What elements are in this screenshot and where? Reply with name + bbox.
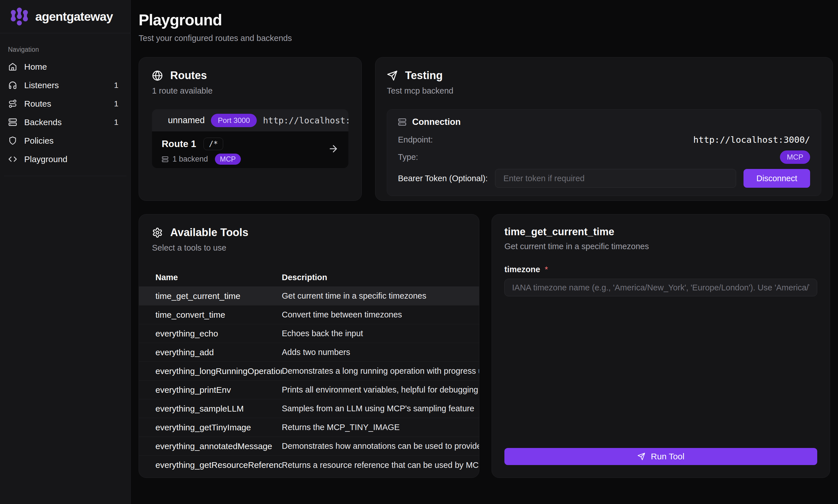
- tools-table: Name Description time_get_current_timeGe…: [139, 269, 479, 474]
- tool-description-cell: Convert time between timezones: [282, 310, 479, 319]
- endpoint-value: http://localhost:3000/: [693, 134, 810, 145]
- tool-description-cell: Returns a resource reference that can be…: [282, 461, 479, 470]
- tools-card-title: Available Tools: [170, 227, 248, 239]
- tool-name-cell: everything_add: [155, 347, 282, 357]
- sidebar-item-label: Backends: [24, 118, 62, 127]
- route-name: Route 1: [162, 139, 196, 149]
- tool-name-cell: everything_getTinyImage: [155, 422, 282, 432]
- bearer-token-label: Bearer Token (Optional):: [398, 174, 488, 183]
- main-nav: Home Listeners 1 Routes 1 Backends 1 Pol…: [0, 57, 130, 168]
- table-row[interactable]: everything_longRunningOperationDemonstra…: [139, 362, 479, 381]
- port-badge: Port 3000: [211, 114, 257, 127]
- tool-description-cell: Prints all environment variables, helpfu…: [282, 385, 479, 395]
- tool-detail-card: time_get_current_time Get current time i…: [492, 214, 830, 478]
- backend-count: 1 backend: [173, 155, 208, 164]
- connection-panel: Connection Endpoint: http://localhost:30…: [387, 109, 821, 196]
- tool-description-cell: Returns the MCP_TINY_IMAGE: [282, 422, 479, 432]
- sidebar-item-routes[interactable]: Routes 1: [0, 94, 130, 113]
- run-tool-label: Run Tool: [651, 452, 685, 461]
- brand[interactable]: agentgateway: [0, 0, 130, 33]
- timezone-input[interactable]: [504, 279, 817, 296]
- type-label: Type:: [398, 152, 418, 162]
- page-subtitle: Test your configured routes and backends: [139, 34, 292, 43]
- routes-card-title: Routes: [170, 69, 207, 82]
- tool-name-cell: everything_echo: [155, 329, 282, 339]
- tool-description-cell: Demonstrates a long running operation wi…: [282, 366, 479, 376]
- timezone-field-label: timezone: [504, 265, 540, 274]
- server-icon: [398, 118, 406, 126]
- tools-table-header: Name Description: [139, 269, 479, 287]
- required-marker: *: [545, 265, 548, 274]
- tool-name-cell: everything_printEnv: [155, 385, 282, 395]
- column-header-name: Name: [155, 273, 282, 282]
- listener-block: unnamed Port 3000 http://localhost:3000/…: [152, 109, 348, 168]
- shield-icon: [8, 136, 17, 145]
- disconnect-button[interactable]: Disconnect: [744, 169, 810, 188]
- routes-card-subtitle: 1 route available: [152, 86, 348, 95]
- listener-url: http://localhost:3000/: [263, 115, 348, 125]
- sidebar-item-listeners[interactable]: Listeners 1: [0, 76, 130, 94]
- endpoint-label: Endpoint:: [398, 135, 433, 144]
- send-icon: [387, 70, 398, 81]
- server-icon: [8, 118, 17, 127]
- bearer-token-input[interactable]: [495, 169, 736, 188]
- sidebar-item-home[interactable]: Home: [0, 57, 130, 76]
- tool-description-cell: Samples from an LLM using MCP's sampling…: [282, 404, 479, 413]
- arrow-right-icon: [328, 143, 339, 154]
- tool-description-cell: Demonstrates how annotations can be used…: [282, 442, 479, 451]
- sidebar-item-count: 1: [114, 81, 118, 90]
- sidebar-item-label: Home: [24, 62, 47, 72]
- table-row[interactable]: time_convert_timeConvert time between ti…: [139, 305, 479, 324]
- send-icon: [637, 452, 645, 461]
- table-row[interactable]: everything_sampleLLMSamples from an LLM …: [139, 399, 479, 418]
- sidebar-item-label: Playground: [24, 155, 68, 164]
- sidebar-item-policies[interactable]: Policies: [0, 131, 130, 150]
- table-row[interactable]: everything_addAdds two numbers: [139, 343, 479, 362]
- sidebar-item-label: Routes: [24, 99, 51, 109]
- column-header-description: Description: [282, 273, 479, 282]
- sidebar-item-playground[interactable]: Playground: [0, 150, 130, 168]
- tool-name-cell: time_get_current_time: [155, 291, 282, 301]
- testing-card: Testing Test mcp backend Connection Endp…: [375, 57, 833, 201]
- route-path-badge: /*: [204, 138, 223, 150]
- tool-detail-title: time_get_current_time: [504, 226, 817, 238]
- tool-name-cell: time_convert_time: [155, 310, 282, 320]
- table-row[interactable]: time_get_current_timeGet current time in…: [139, 287, 479, 305]
- page-header: Playground Test your configured routes a…: [139, 11, 292, 43]
- route-icon: [8, 99, 17, 108]
- code-icon: [8, 155, 17, 164]
- tool-name-cell: everything_getResourceReference: [155, 460, 282, 470]
- table-row[interactable]: everything_getTinyImageReturns the MCP_T…: [139, 418, 479, 437]
- protocol-badge: MCP: [215, 154, 241, 165]
- gear-icon: [152, 227, 163, 238]
- table-row[interactable]: everything_annotatedMessageDemonstrates …: [139, 437, 479, 456]
- server-icon: [162, 156, 169, 163]
- tool-name-cell: everything_annotatedMessage: [155, 442, 282, 451]
- sidebar-item-count: 1: [114, 118, 118, 127]
- tool-detail-subtitle: Get current time in a specific timezones: [504, 242, 817, 251]
- routes-card: Routes 1 route available unnamed Port 30…: [139, 57, 362, 201]
- type-badge: MCP: [780, 150, 810, 164]
- table-row[interactable]: everything_echoEchoes back the input: [139, 324, 479, 343]
- run-tool-button[interactable]: Run Tool: [504, 448, 817, 465]
- testing-card-subtitle: Test mcp backend: [387, 86, 821, 95]
- headphones-icon: [8, 81, 17, 90]
- home-icon: [8, 62, 17, 71]
- sidebar: agentgateway Navigation Home Listeners 1…: [0, 0, 130, 504]
- connection-title: Connection: [412, 117, 461, 127]
- brand-name: agentgateway: [35, 10, 113, 24]
- testing-card-title: Testing: [405, 69, 443, 82]
- tool-description-cell: Get current time in a specific timezones: [282, 291, 479, 301]
- globe-icon: [152, 70, 163, 81]
- tool-name-cell: everything_sampleLLM: [155, 404, 282, 414]
- tool-description-cell: Adds two numbers: [282, 347, 479, 357]
- tool-description-cell: Echoes back the input: [282, 329, 479, 338]
- sidebar-item-backends[interactable]: Backends 1: [0, 113, 130, 131]
- listener-row[interactable]: unnamed Port 3000 http://localhost:3000/: [152, 109, 348, 131]
- table-row[interactable]: everything_getResourceReferenceReturns a…: [139, 456, 479, 474]
- sidebar-item-count: 1: [114, 99, 118, 108]
- route-row[interactable]: Route 1 /* 1 backend MCP: [152, 131, 348, 168]
- table-row[interactable]: everything_printEnvPrints all environmen…: [139, 381, 479, 399]
- nav-section-label: Navigation: [8, 46, 130, 53]
- sidebar-item-label: Listeners: [24, 80, 59, 90]
